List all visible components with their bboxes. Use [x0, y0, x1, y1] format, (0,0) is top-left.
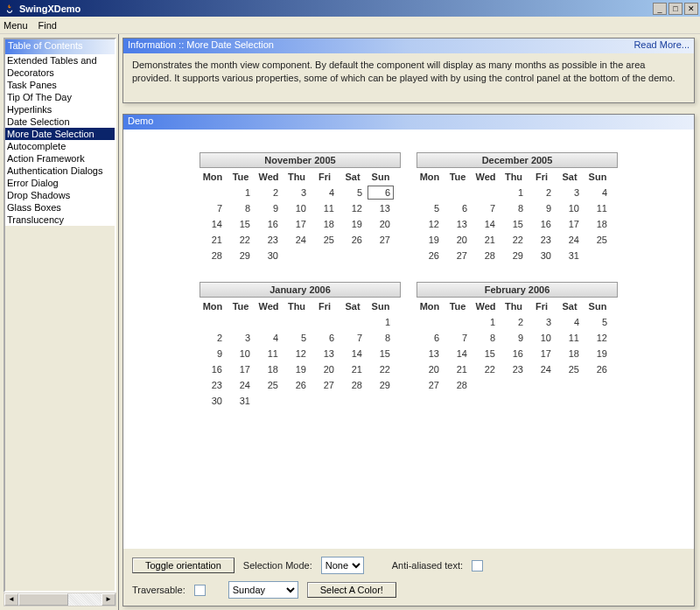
- calendar-day-cell[interactable]: 11: [256, 347, 282, 361]
- calendar-day-cell[interactable]: 20: [368, 217, 394, 231]
- calendar-day-cell[interactable]: 13: [368, 201, 394, 215]
- calendar-day-cell[interactable]: 16: [500, 347, 527, 361]
- calendar-day-cell[interactable]: 7: [200, 201, 226, 215]
- calendar-day-cell[interactable]: 12: [284, 347, 310, 361]
- calendar-day-cell[interactable]: 21: [444, 362, 471, 376]
- toc-item[interactable]: Error Dialog: [5, 177, 115, 189]
- calendar-day-cell[interactable]: 30: [200, 394, 226, 408]
- minimize-button[interactable]: _: [653, 3, 667, 15]
- calendar-grid[interactable]: MonTueWedThuFriSatSun1234567891011121314…: [200, 170, 401, 263]
- calendar-day-cell[interactable]: 18: [584, 217, 611, 231]
- close-button[interactable]: ✕: [684, 3, 698, 15]
- calendar-day-cell[interactable]: 2: [200, 331, 226, 345]
- calendar-day-cell[interactable]: 19: [340, 217, 366, 231]
- calendar-day-cell[interactable]: 4: [584, 186, 611, 200]
- calendar-day-cell[interactable]: 19: [584, 347, 611, 361]
- calendar-day-cell[interactable]: 23: [256, 233, 282, 247]
- calendar-day-cell[interactable]: 6: [416, 331, 443, 345]
- calendar-day-cell[interactable]: 6: [368, 186, 394, 200]
- calendar-day-cell[interactable]: 8: [228, 201, 254, 215]
- calendar-day-cell[interactable]: 20: [416, 362, 443, 376]
- selection-mode-select[interactable]: None: [321, 557, 364, 574]
- calendar-day-cell[interactable]: 5: [416, 201, 443, 215]
- calendar-day-cell[interactable]: 21: [340, 362, 366, 376]
- calendar-day-cell[interactable]: 12: [340, 201, 366, 215]
- calendar-day-cell[interactable]: 3: [556, 186, 583, 200]
- calendar-day-cell[interactable]: 27: [368, 233, 394, 247]
- calendar-day-cell[interactable]: 21: [472, 233, 499, 247]
- calendar-day-cell[interactable]: 8: [472, 331, 499, 345]
- month-view[interactable]: November 2005MonTueWedThuFriSatSun123456…: [143, 152, 675, 408]
- calendar-day-cell[interactable]: 9: [528, 201, 555, 215]
- calendar-day-cell[interactable]: 14: [200, 217, 226, 231]
- calendar-day-cell[interactable]: 9: [200, 347, 226, 361]
- calendar-day-cell[interactable]: 25: [584, 233, 611, 247]
- scroll-right-button[interactable]: ►: [102, 593, 116, 606]
- calendar-day-cell[interactable]: 4: [256, 331, 282, 345]
- calendar-day-cell[interactable]: 22: [500, 233, 527, 247]
- calendar-day-cell[interactable]: 8: [500, 201, 527, 215]
- calendar-grid[interactable]: MonTueWedThuFriSatSun1234567891011121314…: [416, 299, 618, 392]
- calendar-day-cell[interactable]: 6: [444, 201, 471, 215]
- calendar-day-cell[interactable]: 22: [228, 233, 254, 247]
- calendar-day-cell[interactable]: 20: [312, 362, 338, 376]
- toc-item[interactable]: Decorators: [5, 67, 115, 79]
- calendar-day-cell[interactable]: 2: [500, 315, 527, 329]
- calendar-day-cell[interactable]: 20: [444, 233, 471, 247]
- calendar-grid[interactable]: MonTueWedThuFriSatSun1234567891011121314…: [416, 170, 618, 263]
- calendar-day-cell[interactable]: 24: [228, 378, 254, 392]
- horizontal-scrollbar[interactable]: ◄ ►: [4, 592, 116, 606]
- calendar-day-cell[interactable]: 13: [312, 347, 338, 361]
- calendar-day-cell[interactable]: 31: [556, 249, 583, 263]
- scroll-thumb[interactable]: [18, 593, 68, 606]
- calendar-day-cell[interactable]: 13: [444, 217, 471, 231]
- calendar-day-cell[interactable]: 11: [556, 331, 583, 345]
- start-day-select[interactable]: Sunday: [228, 581, 298, 599]
- calendar-day-cell[interactable]: 9: [500, 331, 527, 345]
- calendar-day-cell[interactable]: 25: [256, 378, 282, 392]
- calendar-day-cell[interactable]: 28: [444, 378, 471, 392]
- calendar-day-cell[interactable]: 30: [528, 249, 555, 263]
- calendar-day-cell[interactable]: 27: [312, 378, 338, 392]
- calendar-day-cell[interactable]: 10: [228, 347, 254, 361]
- calendar-day-cell[interactable]: 14: [340, 347, 366, 361]
- calendar-day-cell[interactable]: 24: [284, 233, 310, 247]
- calendar-day-cell[interactable]: 15: [472, 347, 499, 361]
- calendar-day-cell[interactable]: 11: [584, 201, 611, 215]
- calendar-day-cell[interactable]: 12: [584, 331, 611, 345]
- calendar-day-cell[interactable]: 1: [228, 186, 254, 200]
- toc-item[interactable]: Translucency: [5, 214, 115, 226]
- calendar-day-cell[interactable]: 29: [368, 378, 394, 392]
- calendar-day-cell[interactable]: 29: [500, 249, 527, 263]
- calendar-day-cell[interactable]: 1: [472, 315, 499, 329]
- calendar-day-cell[interactable]: 2: [256, 186, 282, 200]
- calendar-day-cell[interactable]: 4: [312, 186, 338, 200]
- calendar-day-cell[interactable]: 18: [312, 217, 338, 231]
- calendar-day-cell[interactable]: 2: [528, 186, 555, 200]
- toc-item[interactable]: Glass Boxes: [5, 201, 115, 214]
- calendar-day-cell[interactable]: 5: [340, 186, 366, 200]
- calendar-day-cell[interactable]: 17: [228, 362, 254, 376]
- calendar-day-cell[interactable]: 15: [228, 217, 254, 231]
- calendar-day-cell[interactable]: 15: [500, 217, 527, 231]
- toc-item[interactable]: Action Framework: [5, 152, 115, 165]
- calendar-day-cell[interactable]: 6: [312, 331, 338, 345]
- calendar-day-cell[interactable]: 29: [228, 249, 254, 263]
- toc-item[interactable]: More Date Selection: [5, 128, 115, 140]
- calendar-day-cell[interactable]: 23: [528, 233, 555, 247]
- calendar-grid[interactable]: MonTueWedThuFriSatSun1234567891011121314…: [200, 299, 401, 408]
- calendar-day-cell[interactable]: 27: [416, 378, 443, 392]
- calendar-day-cell[interactable]: 7: [444, 331, 471, 345]
- calendar-day-cell[interactable]: 16: [528, 217, 555, 231]
- calendar-day-cell[interactable]: 4: [556, 315, 583, 329]
- calendar-day-cell[interactable]: 1: [500, 186, 527, 200]
- calendar-day-cell[interactable]: 7: [340, 331, 366, 345]
- toc-list[interactable]: Extended Tables andDecoratorsTask PanesT…: [5, 54, 115, 226]
- calendar-day-cell[interactable]: 19: [284, 362, 310, 376]
- calendar-day-cell[interactable]: 14: [444, 347, 471, 361]
- calendar-day-cell[interactable]: 10: [556, 201, 583, 215]
- calendar-day-cell[interactable]: 28: [340, 378, 366, 392]
- calendar-day-cell[interactable]: 26: [416, 249, 443, 263]
- calendar-day-cell[interactable]: 17: [556, 217, 583, 231]
- calendar-day-cell[interactable]: 19: [416, 233, 443, 247]
